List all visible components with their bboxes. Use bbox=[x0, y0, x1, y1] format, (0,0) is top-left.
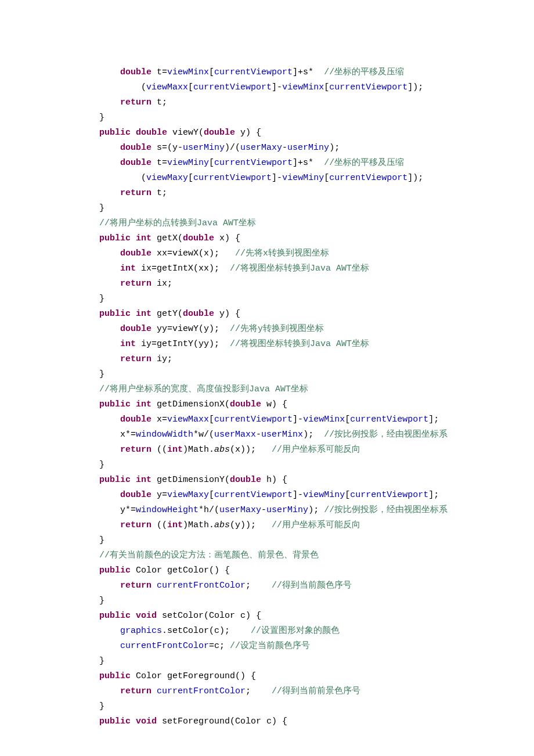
code-line: } bbox=[78, 533, 534, 548]
text-token: iy=getIntY(yy); bbox=[136, 339, 230, 349]
field-token: userMiny bbox=[287, 143, 329, 153]
field-token: windowWidth bbox=[136, 430, 193, 440]
keyword-token: int bbox=[136, 233, 151, 243]
field-token: currentViewport bbox=[329, 173, 407, 183]
field-token: currentViewport bbox=[329, 82, 407, 92]
keyword-token: void bbox=[136, 717, 157, 726]
text-token: =c; bbox=[209, 641, 230, 651]
keyword-token: double bbox=[183, 309, 214, 319]
text-token: } bbox=[99, 535, 104, 545]
text-token: - bbox=[261, 505, 266, 515]
text-token: ( bbox=[141, 82, 146, 92]
text-token bbox=[151, 581, 157, 591]
text-token: t; bbox=[151, 188, 167, 198]
text-token: x) { bbox=[214, 233, 240, 243]
keyword-token: double bbox=[230, 475, 261, 485]
keyword-token: return bbox=[120, 581, 151, 591]
comment-token: //先将x转换到视图坐标 bbox=[235, 249, 329, 258]
code-line: } bbox=[78, 458, 534, 473]
text-token: ]- bbox=[272, 173, 282, 183]
comment-token: //按比例投影，经由视图坐标系 bbox=[324, 430, 448, 440]
text-token: [ bbox=[324, 82, 329, 92]
text-token: ( bbox=[141, 173, 146, 183]
code-line: public int getX(double x) { bbox=[78, 231, 534, 246]
text-token: ]+s* bbox=[293, 67, 324, 77]
field-token: userMiny bbox=[183, 143, 225, 153]
code-line: return iy; bbox=[78, 352, 534, 367]
text-token: t= bbox=[151, 67, 167, 77]
comment-token: //将视图坐标转换到Java AWT坐标 bbox=[230, 339, 369, 349]
code-line: return ix; bbox=[78, 276, 534, 291]
field-token: currentViewport bbox=[350, 490, 428, 500]
code-line: } bbox=[78, 699, 534, 714]
text-token: t; bbox=[151, 98, 167, 107]
comment-token: //坐标的平移及压缩 bbox=[324, 67, 404, 77]
text-token: ); bbox=[329, 143, 340, 153]
field-token: currentViewport bbox=[193, 82, 272, 92]
text-token: getX( bbox=[151, 233, 183, 243]
text-token: ]- bbox=[293, 490, 303, 500]
keyword-token: int bbox=[136, 475, 151, 485]
text-token: ]- bbox=[293, 415, 303, 424]
text-token: [ bbox=[209, 490, 214, 500]
keyword-token: double bbox=[136, 128, 167, 138]
text-token: ]+s* bbox=[293, 158, 324, 168]
text-token: setForeground(Color c) { bbox=[157, 717, 287, 726]
text-token: [ bbox=[345, 415, 350, 424]
text-token: yy=viewY(y); bbox=[151, 324, 230, 334]
text-token: } bbox=[99, 701, 104, 711]
text-token: y) { bbox=[235, 128, 261, 138]
code-line: public Color getForeground() { bbox=[78, 669, 534, 684]
field-token: viewMaxx bbox=[167, 415, 209, 424]
keyword-token: public bbox=[99, 611, 131, 621]
keyword-token: public bbox=[99, 309, 131, 319]
text-token bbox=[131, 717, 136, 726]
code-line: return currentFrontColor; //得到当前颜色序号 bbox=[78, 578, 534, 593]
text-token: } bbox=[99, 369, 104, 379]
code-line: public Color getColor() { bbox=[78, 563, 534, 578]
text-token: - bbox=[282, 143, 287, 153]
keyword-token: return bbox=[120, 445, 151, 455]
text-token: y*= bbox=[120, 505, 136, 515]
code-line: int iy=getIntY(yy); //将视图坐标转换到Java AWT坐标 bbox=[78, 337, 534, 352]
code-line: double t=viewMinx[currentViewport]+s* //… bbox=[78, 65, 534, 80]
keyword-token: int bbox=[120, 339, 136, 349]
keyword-token: double bbox=[183, 233, 214, 243]
text-token: setColor(Color c) { bbox=[157, 611, 261, 621]
text-token: } bbox=[99, 294, 104, 304]
text-token bbox=[131, 309, 136, 319]
keyword-token: double bbox=[120, 249, 151, 258]
keyword-token: public bbox=[99, 475, 131, 485]
text-token: iy; bbox=[151, 354, 172, 364]
keyword-token: int bbox=[167, 520, 183, 530]
text-token: xx=viewX(x); bbox=[151, 249, 235, 258]
code-line: (viewMaxy[currentViewport]-viewMiny[curr… bbox=[78, 171, 534, 186]
text-token: *w/( bbox=[193, 430, 214, 440]
code-line: double yy=viewY(y); //先将y转换到视图坐标 bbox=[78, 322, 534, 337]
text-token: [ bbox=[345, 490, 350, 500]
text-token: getY( bbox=[151, 309, 183, 319]
code-line: return ((int)Math.abs(y)); //用户坐标系可能反向 bbox=[78, 518, 534, 533]
comment-token: //有关当前颜色的设定方法：画笔颜色、前景色、背景色 bbox=[99, 550, 319, 560]
text-token: [ bbox=[209, 158, 214, 168]
keyword-token: double bbox=[120, 415, 151, 424]
keyword-token: public bbox=[99, 399, 131, 409]
text-token: ; bbox=[246, 686, 272, 696]
code-line: public int getDimensionY(double h) { bbox=[78, 473, 534, 488]
text-token bbox=[131, 399, 136, 409]
text-token: .setColor(c); bbox=[162, 626, 251, 636]
code-line: } bbox=[78, 367, 534, 382]
text-token: } bbox=[99, 656, 104, 666]
text-token: abs bbox=[214, 520, 230, 530]
keyword-token: public bbox=[99, 128, 131, 138]
keyword-token: public bbox=[99, 671, 131, 681]
text-token: h) { bbox=[261, 475, 287, 485]
text-token: ix; bbox=[151, 279, 172, 289]
text-token: (y)); bbox=[230, 520, 272, 530]
field-token: currentViewport bbox=[214, 67, 293, 77]
comment-token: //将视图坐标转换到Java AWT坐标 bbox=[230, 264, 369, 273]
text-token: ]; bbox=[428, 490, 439, 500]
keyword-token: double bbox=[120, 158, 151, 168]
field-token: currentFrontColor bbox=[157, 686, 246, 696]
comment-token: //坐标的平移及压缩 bbox=[324, 158, 404, 168]
